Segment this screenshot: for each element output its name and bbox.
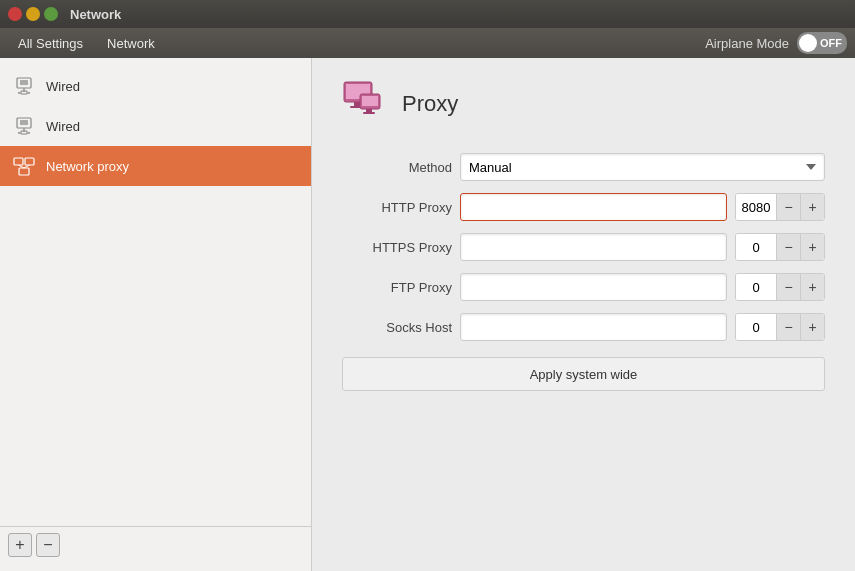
sidebar-item-wired-2[interactable]: Wired [0, 106, 311, 146]
http-proxy-row: HTTP Proxy − + [342, 193, 825, 221]
airplane-mode-toggle[interactable]: OFF [797, 32, 847, 54]
ftp-proxy-row: FTP Proxy − + [342, 273, 825, 301]
ftp-port-increment[interactable]: + [800, 273, 824, 301]
wired-icon-svg-2 [13, 115, 35, 137]
maximize-button[interactable] [44, 7, 58, 21]
ftp-port-input[interactable] [736, 274, 776, 300]
network-menu[interactable]: Network [97, 32, 165, 55]
proxy-header-icon [342, 78, 390, 129]
http-port-group: − + [735, 193, 825, 221]
socks-host-row: Socks Host − + [342, 313, 825, 341]
socks-host-input[interactable] [460, 313, 727, 341]
method-row: Method None Manual Automatic [342, 153, 825, 181]
socks-port-decrement[interactable]: − [776, 313, 800, 341]
ftp-port-decrement[interactable]: − [776, 273, 800, 301]
content-header: Proxy [342, 78, 825, 129]
https-proxy-label: HTTPS Proxy [342, 240, 452, 255]
close-button[interactable] [8, 7, 22, 21]
wired-icon-svg-1 [13, 75, 35, 97]
minimize-button[interactable] [26, 7, 40, 21]
sidebar: Wired Wired [0, 58, 312, 571]
airplane-mode-control: Airplane Mode OFF [705, 32, 847, 54]
wired-icon-1 [12, 74, 36, 98]
main-area: Wired Wired [0, 58, 855, 571]
method-select[interactable]: None Manual Automatic [460, 153, 825, 181]
method-label: Method [342, 160, 452, 175]
network-proxy-icon [12, 154, 36, 178]
svg-rect-7 [20, 120, 28, 125]
all-settings-menu[interactable]: All Settings [8, 32, 93, 55]
svg-rect-23 [366, 109, 372, 112]
svg-point-4 [18, 92, 20, 94]
socks-host-label: Socks Host [342, 320, 452, 335]
sidebar-item-network-proxy[interactable]: Network proxy [0, 146, 311, 186]
apply-system-wide-button[interactable]: Apply system wide [342, 357, 825, 391]
airplane-mode-label: Airplane Mode [705, 36, 789, 51]
svg-point-10 [18, 132, 20, 134]
add-button[interactable]: + [8, 533, 32, 557]
proxy-icon-svg [342, 78, 390, 126]
https-port-input[interactable] [736, 234, 776, 260]
svg-point-5 [28, 92, 30, 94]
content-title: Proxy [402, 91, 458, 117]
sidebar-item-wired-1-label: Wired [46, 79, 80, 94]
toggle-state: OFF [820, 37, 847, 49]
http-port-input[interactable] [736, 194, 776, 220]
window-title: Network [70, 7, 121, 22]
window-controls [8, 7, 58, 21]
svg-rect-24 [363, 112, 375, 114]
https-port-increment[interactable]: + [800, 233, 824, 261]
ftp-proxy-input[interactable] [460, 273, 727, 301]
ftp-proxy-label: FTP Proxy [342, 280, 452, 295]
sidebar-item-network-proxy-label: Network proxy [46, 159, 129, 174]
socks-port-group: − + [735, 313, 825, 341]
https-port-decrement[interactable]: − [776, 233, 800, 261]
wired-icon-2 [12, 114, 36, 138]
remove-button[interactable]: − [36, 533, 60, 557]
menubar: All Settings Network Airplane Mode OFF [0, 28, 855, 58]
http-port-increment[interactable]: + [800, 193, 824, 221]
https-port-group: − + [735, 233, 825, 261]
https-proxy-input[interactable] [460, 233, 727, 261]
network-proxy-icon-svg [13, 155, 35, 177]
titlebar: Network [0, 0, 855, 28]
content-area: Proxy Method None Manual Automatic HTTP … [312, 58, 855, 571]
svg-rect-13 [25, 158, 34, 165]
svg-rect-14 [19, 168, 29, 175]
socks-port-input[interactable] [736, 314, 776, 340]
http-port-decrement[interactable]: − [776, 193, 800, 221]
sidebar-footer: + − [0, 526, 311, 563]
socks-port-increment[interactable]: + [800, 313, 824, 341]
svg-point-11 [28, 132, 30, 134]
sidebar-item-wired-1[interactable]: Wired [0, 66, 311, 106]
svg-rect-9 [21, 131, 27, 134]
ftp-port-group: − + [735, 273, 825, 301]
https-proxy-row: HTTPS Proxy − + [342, 233, 825, 261]
toggle-knob [799, 34, 817, 52]
svg-rect-22 [362, 96, 378, 106]
sidebar-item-wired-2-label: Wired [46, 119, 80, 134]
svg-rect-12 [14, 158, 23, 165]
svg-rect-3 [21, 91, 27, 94]
svg-rect-1 [20, 80, 28, 85]
http-proxy-input[interactable] [460, 193, 727, 221]
http-proxy-label: HTTP Proxy [342, 200, 452, 215]
